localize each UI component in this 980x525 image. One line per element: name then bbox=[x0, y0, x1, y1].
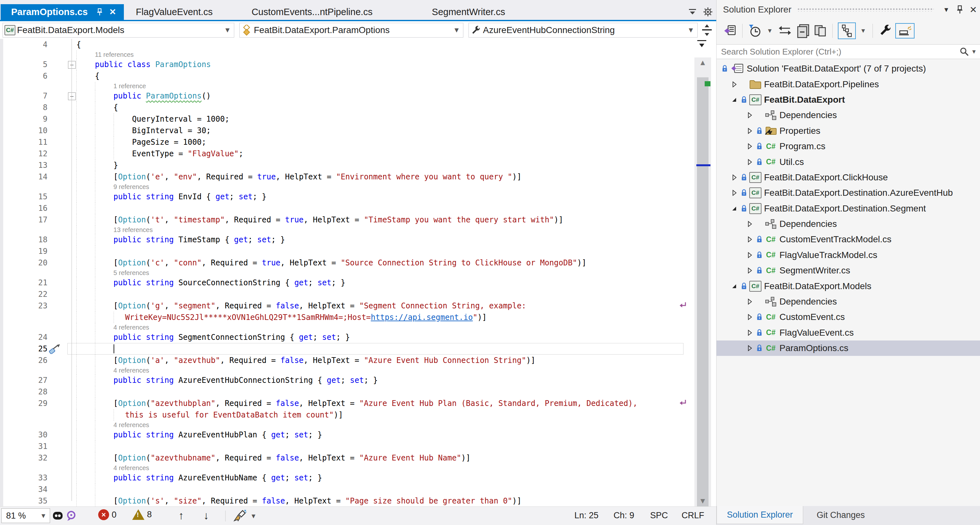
zoom-control[interactable]: 81 % ▼ bbox=[1, 508, 50, 523]
line-number[interactable]: 24 bbox=[0, 331, 48, 343]
caret-expanded-icon[interactable] bbox=[729, 283, 740, 290]
tree-item-segmentwriter-cs[interactable]: C#SegmentWriter.cs bbox=[716, 263, 980, 278]
codelens-row[interactable]: 5 references bbox=[0, 269, 693, 277]
code-text[interactable]: BigInterval = 30; bbox=[76, 125, 680, 136]
tab-FlagValueEvent.cs[interactable]: FlagValueEvent.cs bbox=[124, 4, 224, 20]
line-number[interactable]: 19 bbox=[0, 245, 48, 257]
filter-chevron-icon[interactable]: ▼ bbox=[766, 22, 774, 39]
code-line[interactable]: 13} bbox=[0, 159, 693, 171]
codelens-references[interactable]: 4 references bbox=[114, 421, 149, 429]
code-text[interactable]: [Option("azevthubplan", Required = false… bbox=[76, 398, 680, 409]
code-line[interactable]: 34 bbox=[0, 484, 693, 495]
code-line[interactable]: 32[Option("azevthubname", Required = fal… bbox=[0, 452, 693, 464]
line-number[interactable]: 21 bbox=[0, 277, 48, 288]
line-number[interactable]: 16 bbox=[0, 202, 48, 214]
line-number[interactable]: 31 bbox=[0, 441, 48, 452]
scrollbar-track[interactable]: ▲ ▼ bbox=[694, 57, 711, 506]
line-ending-indicator[interactable]: CRLF bbox=[682, 511, 704, 520]
tab-ParamOptions.cs[interactable]: ParamOptions.cs✕ bbox=[1, 4, 124, 20]
line-number[interactable]: 7 bbox=[0, 90, 48, 102]
line-indicator[interactable]: Ln: 25 bbox=[574, 511, 598, 520]
code-text[interactable]: QueryInterval = 1000; bbox=[76, 113, 680, 125]
code-text[interactable] bbox=[76, 245, 680, 257]
caret-collapsed-icon[interactable] bbox=[744, 159, 755, 165]
code-text[interactable]: public class ParamOptions bbox=[76, 59, 680, 70]
code-line[interactable]: 27public string AzureEventHubConnectionS… bbox=[0, 374, 693, 386]
line-number[interactable]: 26 bbox=[0, 355, 48, 366]
codelens-references[interactable]: 5 references bbox=[114, 269, 149, 277]
scroll-up-icon[interactable]: ▲ bbox=[698, 58, 708, 67]
code-line[interactable]: 16 bbox=[0, 202, 693, 214]
code-line[interactable]: 21public string SourceConnectionString {… bbox=[0, 277, 693, 288]
codelens-references[interactable]: 4 references bbox=[114, 464, 149, 472]
tree-item-dependencies[interactable]: Dependencies bbox=[716, 294, 980, 309]
line-number[interactable]: 22 bbox=[0, 288, 48, 300]
show-all-files-toggle[interactable] bbox=[838, 22, 856, 39]
line-number[interactable]: 18 bbox=[0, 234, 48, 245]
properties-wrench-icon[interactable] bbox=[878, 22, 892, 39]
line-number[interactable]: 9 bbox=[0, 113, 48, 125]
code-line[interactable]: 25 bbox=[0, 343, 693, 355]
line-number[interactable]: 11 bbox=[0, 136, 48, 148]
panel-tab-solution-explorer[interactable]: Solution Explorer bbox=[716, 506, 803, 524]
search-icon[interactable] bbox=[959, 47, 971, 56]
line-number[interactable]: 4 bbox=[0, 39, 48, 50]
caret-collapsed-icon[interactable] bbox=[744, 220, 755, 228]
line-number[interactable]: 14 bbox=[0, 171, 48, 183]
code-line[interactable]: 24public string SegmentConnectionString … bbox=[0, 331, 693, 343]
pin-icon[interactable] bbox=[93, 6, 106, 19]
project-dropdown[interactable]: C# FeatBit.DataExport.Models ▼ bbox=[3, 23, 234, 38]
code-line[interactable]: 10BigInterval = 30; bbox=[0, 125, 693, 136]
line-number[interactable]: 30 bbox=[0, 429, 48, 441]
tree-item-customevent-cs[interactable]: C#CustomEvent.cs bbox=[716, 309, 980, 325]
code-line[interactable]: 29[Option("azevthubplan", Required = fal… bbox=[0, 398, 693, 409]
code-wrap-line[interactable]: this is useful for EventDataBatch item c… bbox=[0, 409, 693, 421]
code-line[interactable]: 4{ bbox=[0, 39, 693, 50]
code-text[interactable]: public string AzureEventHubConnectionStr… bbox=[76, 374, 680, 386]
tree-item-featbit-dataexport-clickhouse[interactable]: C#FeatBit.DataExport.ClickHouse bbox=[716, 170, 980, 185]
codelens-row[interactable]: 4 references bbox=[0, 464, 693, 472]
type-dropdown[interactable]: FeatBit.DataExport.ParamOptions ▼ bbox=[239, 23, 463, 38]
codelens-row[interactable]: 4 references bbox=[0, 323, 693, 331]
caret-expanded-icon[interactable] bbox=[729, 97, 740, 103]
tree-item-properties[interactable]: Properties bbox=[716, 123, 980, 138]
code-text[interactable]: { bbox=[76, 102, 680, 113]
codelens-references[interactable]: 13 references bbox=[114, 226, 153, 234]
panel-titlebar[interactable]: Solution Explorer ▼ ✕ bbox=[716, 1, 980, 18]
code-text[interactable]: [Option('a', "azevthub", Required = fals… bbox=[76, 355, 680, 366]
document-list-dropdown-icon[interactable] bbox=[686, 6, 699, 18]
code-line[interactable]: 15public string EnvId { get; set; } bbox=[0, 191, 693, 202]
close-icon[interactable]: ✕ bbox=[106, 6, 119, 19]
code-line[interactable]: 14[Option('e', "env", Required = true, H… bbox=[0, 171, 693, 183]
pending-changes-filter-icon[interactable] bbox=[748, 22, 762, 39]
line-number[interactable]: 13 bbox=[0, 159, 48, 171]
tree-item-program-cs[interactable]: C#Program.cs bbox=[716, 138, 980, 154]
editor-scrollbar[interactable]: ▲ ▼ bbox=[693, 39, 716, 506]
line-number[interactable]: 34 bbox=[0, 484, 48, 495]
line-number[interactable]: 8 bbox=[0, 102, 48, 113]
caret-collapsed-icon[interactable] bbox=[744, 313, 755, 321]
line-number[interactable]: 33 bbox=[0, 472, 48, 484]
code-line[interactable]: 23[Option('g', "segment", Required = fal… bbox=[0, 300, 693, 312]
tree-item-dependencies[interactable]: Dependencies bbox=[716, 216, 980, 232]
codelens-references[interactable]: 11 references bbox=[95, 50, 134, 59]
code-line[interactable]: 20[Option('c', "conn", Required = true, … bbox=[0, 257, 693, 269]
code-text[interactable]: PageSize = 1000; bbox=[76, 136, 680, 148]
tree-item-featbit-dataexport[interactable]: C#FeatBit.DataExport bbox=[716, 92, 980, 108]
line-number[interactable]: 23 bbox=[0, 300, 48, 312]
code-text[interactable]: WriteKey=NUc5S2Jl*****xOVN1eGhLQ29T**1Sa… bbox=[76, 312, 680, 323]
column-indicator[interactable]: Ch: 9 bbox=[614, 511, 635, 520]
caret-collapsed-icon[interactable] bbox=[744, 127, 755, 134]
quick-actions-screwdriver-icon[interactable] bbox=[49, 344, 60, 354]
show-all-files-chevron-icon[interactable]: ▼ bbox=[859, 22, 867, 39]
code-text[interactable]: public string TimeStamp { get; set; } bbox=[76, 234, 680, 245]
code-line[interactable]: 18public string TimeStamp { get; set; } bbox=[0, 234, 693, 245]
code-text[interactable]: } bbox=[76, 159, 680, 171]
sync-with-active-document-icon[interactable] bbox=[777, 22, 792, 39]
window-position-chevron-icon[interactable]: ▼ bbox=[940, 3, 953, 16]
code-text[interactable]: public ParamOptions() bbox=[76, 90, 680, 102]
code-text[interactable]: [Option('g', "segment", Required = false… bbox=[76, 300, 680, 312]
line-number[interactable]: 5 bbox=[0, 59, 48, 70]
pin-icon[interactable] bbox=[953, 3, 967, 16]
code-line[interactable]: 35[Option('s', "size", Required = false,… bbox=[0, 495, 693, 506]
